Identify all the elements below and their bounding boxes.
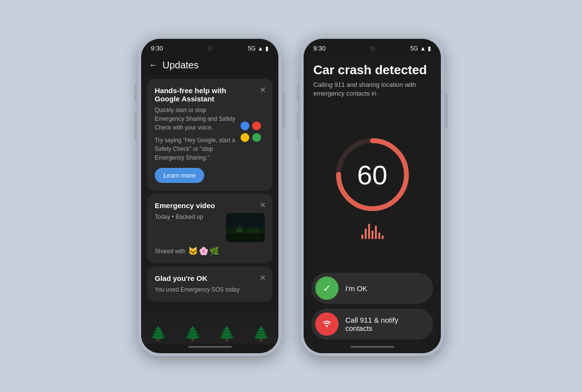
assistant-card-close[interactable]: ✕ [259,85,266,95]
signal-icon-1: ▲ [258,45,263,52]
tree-icon-1: 🌲 [150,326,167,342]
volume-down-button[interactable] [134,111,137,140]
wave-bar-3 [368,224,370,239]
tree-icon-3: 🌲 [218,326,235,342]
network-label-1: 5G [248,45,256,52]
call-icon [315,312,339,336]
phone-screen-2: 9:30 5G ▲ ▮ Car crash detected Calling 9… [304,39,441,353]
wave-bar-5 [375,226,377,239]
shared-avatars: 🐱 🌸 🌿 [188,246,219,256]
tree-icon-4: 🌲 [253,326,270,342]
power-button-2[interactable] [445,94,448,128]
glad-card-subtitle: You used Emergency SOS today [155,285,265,294]
video-card-close[interactable]: ✕ [259,200,266,210]
updates-header: ← Updates [141,55,278,76]
assistant-card-title: Hands-free help with Google Assistant [155,86,265,103]
power-button[interactable] [283,94,285,128]
svg-rect-4 [226,233,265,242]
tree-icon-2: 🌲 [184,326,201,342]
call-label: Call 911 & notify contacts [345,316,423,332]
video-thumbnail[interactable]: ⏺ 00:20 [226,213,265,242]
countdown-ring: 60 [331,133,414,216]
action-buttons: ✓ I'm OK Call 911 & notify contacts [304,267,441,343]
svg-point-8 [326,325,328,327]
checkmark-icon: ✓ [323,282,331,294]
video-scene [226,213,265,242]
updates-content: Hands-free help with Google Assistant Qu… [141,76,278,343]
glad-card-close[interactable]: ✕ [259,273,266,282]
phone-screen-1: 9:30 5G ▲ ▮ ← Updates Hands-free help wi… [141,39,278,353]
nav-bar-1 [141,343,278,353]
learn-more-button[interactable]: Learn more [155,168,204,183]
network-label-2: 5G [410,45,418,52]
home-indicator-2 [351,346,394,348]
crash-content: Car crash detected Calling 911 and shari… [304,55,441,353]
volume-down-button-2[interactable] [297,111,299,140]
signal-icon-2: ▲ [420,45,426,52]
front-camera-2 [370,46,375,51]
sos-icon [321,318,333,330]
avatar-2: 🌸 [199,246,209,256]
battery-icon-1: ▮ [265,45,269,52]
ok-label: I'm OK [345,284,367,293]
assistant-card-body1: Quickly start or stop Emergency Sharing … [155,106,237,132]
countdown-number: 60 [357,159,387,191]
wave-bar-2 [365,229,367,239]
page-title-1: Updates [162,60,199,71]
wave-bar-6 [378,232,380,239]
phone-1: 9:30 5G ▲ ▮ ← Updates Hands-free help wi… [138,36,281,356]
volume-up-button[interactable] [134,84,137,102]
status-icons-1: 5G ▲ ▮ [248,45,269,52]
assistant-card: Hands-free help with Google Assistant Qu… [147,79,273,191]
waveform-icon [361,224,384,239]
back-button[interactable]: ← [149,60,158,70]
home-indicator-1 [188,346,232,348]
status-icons-2: 5G ▲ ▮ [410,45,431,52]
time-display-2: 9:30 [313,45,325,52]
volume-up-button-2[interactable] [297,84,299,102]
ok-icon: ✓ [315,277,339,300]
video-card-title: Emergency video [155,201,265,210]
shared-label: Shared with [155,247,185,256]
wave-bar-1 [361,234,363,239]
bottom-decoration: 🌲 🌲 🌲 🌲 [141,305,278,343]
avatar-1: 🐱 [188,246,198,256]
phone-2: 9:30 5G ▲ ▮ Car crash detected Calling 9… [301,36,444,356]
nav-bar-2 [304,343,441,353]
crash-title: Car crash detected [304,55,441,81]
im-ok-button[interactable]: ✓ I'm OK [311,273,433,304]
google-assistant-icon [238,118,265,146]
call-911-button[interactable]: Call 911 & notify contacts [311,309,433,340]
emergency-video-card: Emergency video Today • Backed up ✕ ⏺ [147,194,273,263]
time-display-1: 9:30 [151,45,163,52]
svg-rect-5 [226,213,265,228]
countdown-area: 60 [304,106,441,267]
assistant-card-body2: Try saying "Hey Google, start a Safety C… [155,136,237,162]
wave-bar-7 [382,235,384,239]
front-camera [207,46,213,51]
avatar-3: 🌿 [210,246,219,256]
battery-icon-2: ▮ [428,45,431,52]
crash-subtitle: Calling 911 and sharing location with em… [304,81,441,106]
glad-ok-card: Glad you're OK You used Emergency SOS to… [147,266,273,302]
wave-bar-4 [372,230,373,239]
glad-card-title: Glad you're OK [155,274,265,282]
